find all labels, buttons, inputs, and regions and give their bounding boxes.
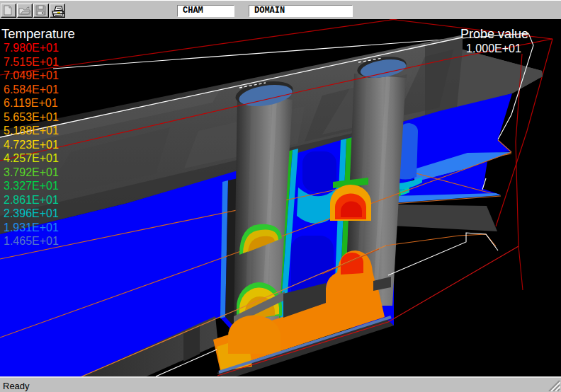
svg-text:5.188E+01: 5.188E+01 bbox=[4, 125, 59, 137]
svg-text:Probe value: Probe value bbox=[460, 27, 528, 41]
svg-text:7.980E+01: 7.980E+01 bbox=[4, 42, 59, 54]
svg-text:7.515E+01: 7.515E+01 bbox=[4, 56, 59, 68]
svg-text:2.396E+01: 2.396E+01 bbox=[4, 207, 59, 219]
svg-text:1.000E+01: 1.000E+01 bbox=[466, 42, 521, 54]
svg-text:Temperature: Temperature bbox=[1, 26, 75, 41]
svg-text:3.327E+01: 3.327E+01 bbox=[4, 180, 59, 192]
svg-text:4.257E+01: 4.257E+01 bbox=[4, 152, 59, 164]
svg-text:1.931E+01: 1.931E+01 bbox=[4, 221, 59, 234]
svg-text:1.465E+01: 1.465E+01 bbox=[4, 235, 59, 247]
svg-text:3.792E+01: 3.792E+01 bbox=[4, 166, 59, 178]
svg-text:6.584E+01: 6.584E+01 bbox=[4, 83, 59, 96]
svg-text:6.119E+01: 6.119E+01 bbox=[4, 97, 58, 109]
svg-text:7.049E+01: 7.049E+01 bbox=[4, 69, 59, 81]
svg-text:2.861E+01: 2.861E+01 bbox=[4, 194, 59, 206]
svg-text:4.723E+01: 4.723E+01 bbox=[4, 139, 59, 151]
svg-text:5.653E+01: 5.653E+01 bbox=[4, 111, 59, 123]
